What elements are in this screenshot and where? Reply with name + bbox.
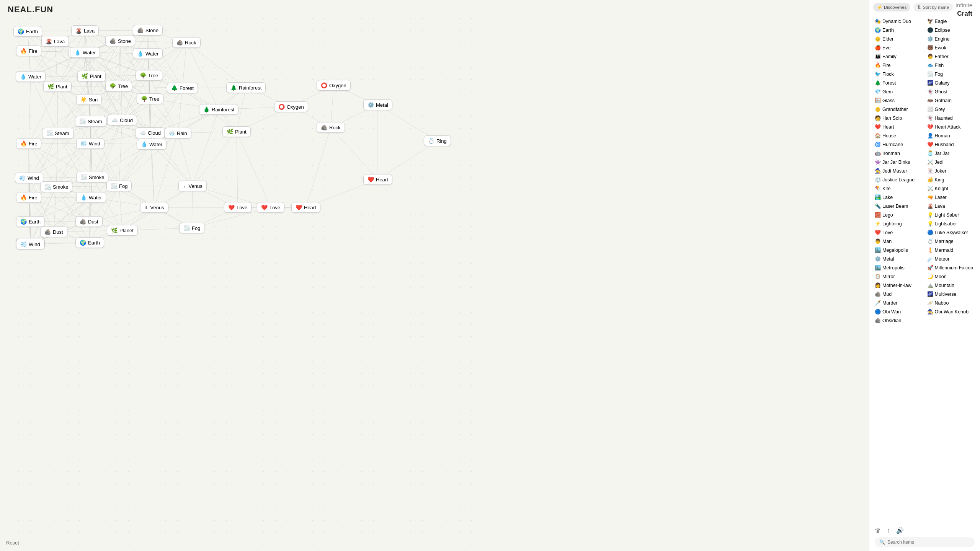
sidebar-item[interactable]: 🪐 Naboo bbox=[925, 298, 977, 307]
sidebar-item[interactable]: 🗡️ Murder bbox=[872, 298, 925, 307]
node-n30[interactable]: 🔥Fire bbox=[16, 138, 41, 149]
node-n24[interactable]: 🌫️Steam bbox=[42, 128, 74, 139]
node-n16[interactable]: 🌲Forest bbox=[167, 83, 198, 93]
node-n33[interactable]: 🌫️Fog bbox=[106, 181, 132, 191]
node-n43[interactable]: 🌿Planet bbox=[107, 225, 138, 236]
sidebar-item[interactable]: 🐦 Flock bbox=[872, 70, 925, 78]
canvas[interactable]: 🌍Earth🌋Lava🌋Lava💧Water🪨Stone🪨Stone🪨Rock🔥… bbox=[0, 0, 482, 551]
sidebar-item[interactable]: 🌑 Eclipse bbox=[925, 26, 977, 34]
sidebar-item[interactable]: ⚖️ Justice League bbox=[872, 175, 925, 184]
sidebar-item[interactable]: 👪 Family bbox=[872, 52, 925, 61]
sidebar-item[interactable]: 🧱 Lego bbox=[872, 210, 925, 219]
sidebar-item[interactable]: 🌙 Moon bbox=[925, 272, 977, 281]
sidebar-item[interactable]: 🔵 Luke Skywalker bbox=[925, 228, 977, 237]
node-n45[interactable]: 🌫️Fog bbox=[179, 223, 204, 233]
sidebar-item[interactable]: 🔵 Obi Wan bbox=[872, 307, 925, 316]
sidebar-item[interactable]: 🦇 Gotham bbox=[925, 96, 977, 105]
node-n20[interactable]: ☀️Sun bbox=[76, 94, 102, 105]
sidebar-item[interactable]: 🧑 Han Solo bbox=[872, 114, 925, 122]
sidebar-item[interactable]: 🌀 Hurricane bbox=[872, 140, 925, 149]
sidebar-item[interactable]: 👨 Father bbox=[925, 52, 977, 61]
sidebar-item[interactable]: 🌋 Lava bbox=[925, 202, 977, 210]
node-n44[interactable]: 💨Wind bbox=[16, 239, 44, 249]
node-n29[interactable]: 💧Water bbox=[137, 139, 167, 150]
sidebar-item[interactable]: ⚔️ Jedi bbox=[925, 158, 977, 166]
sidebar-item[interactable]: 🃏 Joker bbox=[925, 166, 977, 175]
sidebar-item[interactable]: 🪟 Glass bbox=[872, 96, 925, 105]
sidebar-item[interactable]: 👴 Grandfather bbox=[872, 105, 925, 114]
sidebar-item[interactable]: 🌍 Earth bbox=[872, 26, 925, 34]
node-n41[interactable]: 🪨Dust bbox=[40, 227, 67, 237]
search-input[interactable] bbox=[887, 540, 970, 545]
sidebar-item[interactable]: 🌌 Galaxy bbox=[925, 78, 977, 87]
sidebar-item[interactable]: 🧜 Mermaid bbox=[925, 246, 977, 254]
sidebar-item[interactable]: 🔥 Fire bbox=[872, 61, 925, 70]
node-n47[interactable]: ❤️Love bbox=[257, 202, 284, 213]
sidebar-item[interactable]: 🐟 Fish bbox=[925, 61, 977, 70]
sidebar-item[interactable]: 🏞️ Lake bbox=[872, 193, 925, 202]
sidebar-item[interactable]: 👨 Man bbox=[872, 237, 925, 246]
node-n19[interactable]: 💧Water bbox=[16, 71, 46, 82]
sidebar-item[interactable]: ⬜ Grey bbox=[925, 105, 977, 114]
node-n38[interactable]: 🌍Earth bbox=[16, 216, 45, 227]
node-n46[interactable]: ❤️Love bbox=[224, 202, 252, 213]
node-n26[interactable]: ☁️Cloud bbox=[135, 127, 165, 138]
sidebar-item[interactable]: 🌌 Multiverse bbox=[925, 290, 977, 298]
sidebar-item[interactable]: ⛰️ Mountain bbox=[925, 281, 977, 290]
node-n21[interactable]: 💨Wind bbox=[76, 138, 105, 149]
sidebar-item[interactable]: 🐻 Ewok bbox=[925, 43, 977, 52]
node-n35[interactable]: ♀️Venus bbox=[140, 202, 168, 213]
sidebar-item[interactable]: 🏙️ Metropolis bbox=[872, 263, 925, 272]
sidebar-item[interactable]: 💔 Heart Attack bbox=[925, 122, 977, 131]
sidebar-item[interactable]: 🌲 Forest bbox=[872, 78, 925, 87]
node-n22[interactable]: 💨Wind bbox=[15, 173, 43, 183]
node-n27[interactable]: 🌧️Rain bbox=[164, 128, 191, 139]
sidebar-item[interactable]: 👤 Human bbox=[925, 131, 977, 140]
node-n28[interactable]: 🌿Plant bbox=[222, 126, 251, 137]
sidebar-item[interactable]: 👻 Ghost bbox=[925, 87, 977, 96]
node-n31[interactable]: 🌫️Smoke bbox=[76, 172, 108, 183]
node-n54[interactable]: 💍Ring bbox=[424, 135, 451, 146]
node-n34[interactable]: ♀️Venus bbox=[178, 181, 207, 191]
sidebar-item[interactable]: 👾 Jar Jar Binks bbox=[872, 158, 925, 166]
sidebar-item[interactable]: 🧙 Obi-Wan Kenobi bbox=[925, 307, 977, 316]
node-n32[interactable]: 🌫️Smoke bbox=[40, 181, 72, 192]
node-n2[interactable]: 🌋Lava bbox=[71, 25, 99, 36]
node-n1[interactable]: 🌍Earth bbox=[13, 26, 42, 37]
node-n23[interactable]: 🌫️Steam bbox=[75, 116, 106, 127]
node-n53[interactable]: ❤️Heart bbox=[363, 174, 392, 185]
sidebar-item[interactable]: 👻 Haunted bbox=[925, 114, 977, 122]
search-box[interactable]: 🔍 bbox=[875, 537, 975, 547]
sidebar-item[interactable]: 👴 Elder bbox=[872, 34, 925, 43]
node-n13[interactable]: 🌳Tree bbox=[105, 81, 132, 91]
node-n40[interactable]: 🪨Dust bbox=[75, 216, 103, 227]
sidebar-item[interactable]: 🔫 Laser bbox=[925, 193, 977, 202]
node-n36[interactable]: 💧Water bbox=[76, 192, 106, 203]
sidebar-item[interactable]: ❤️ Heart bbox=[872, 122, 925, 131]
node-n39[interactable]: 🌍Earth bbox=[75, 237, 104, 248]
sidebar-item[interactable]: ⚙️ Engine bbox=[925, 34, 977, 43]
node-n51[interactable]: ⚙️Metal bbox=[363, 99, 392, 110]
sidebar-item[interactable]: 🤖 Ironman bbox=[872, 149, 925, 158]
node-n5[interactable]: 🪨Stone bbox=[105, 36, 135, 46]
node-n17[interactable]: 🌲Rainforest bbox=[226, 82, 266, 93]
sidebar-item[interactable]: 🚀 Millennium Falcon bbox=[925, 263, 977, 272]
node-n9[interactable]: 💧Water bbox=[70, 47, 100, 58]
node-n6[interactable]: 🪨Stone bbox=[133, 25, 163, 36]
node-n8[interactable]: 🔥Fire bbox=[16, 46, 41, 56]
sidebar-item[interactable]: 💡 Lightsaber bbox=[925, 219, 977, 228]
node-n52[interactable]: 🪨Rock bbox=[317, 122, 345, 133]
sidebar-items[interactable]: 🎭 Dynamic Duo 🦅 Eagle 🌍 Earth 🌑 Eclipse … bbox=[869, 15, 980, 523]
sidebar-item[interactable]: 🍎 Eve bbox=[872, 43, 925, 52]
node-n14[interactable]: 🌳Tree bbox=[136, 70, 162, 81]
node-n3[interactable]: 🌋Lava bbox=[41, 36, 69, 47]
trash-icon[interactable]: 🗑 bbox=[875, 527, 881, 534]
sidebar-item[interactable]: 👑 King bbox=[925, 175, 977, 184]
sidebar-item[interactable]: 🌫️ Fog bbox=[925, 70, 977, 78]
node-n49[interactable]: ⭕Oxygen bbox=[274, 101, 308, 112]
sidebar-item[interactable]: ⚡ Lightning bbox=[872, 219, 925, 228]
node-n11[interactable]: 🌿Plant bbox=[77, 71, 106, 82]
sidebar-item[interactable]: 💡 Light Saber bbox=[925, 210, 977, 219]
sidebar-item[interactable]: 👩 Mother-in-law bbox=[872, 281, 925, 290]
node-n12[interactable]: 🌿Plant bbox=[43, 81, 72, 92]
